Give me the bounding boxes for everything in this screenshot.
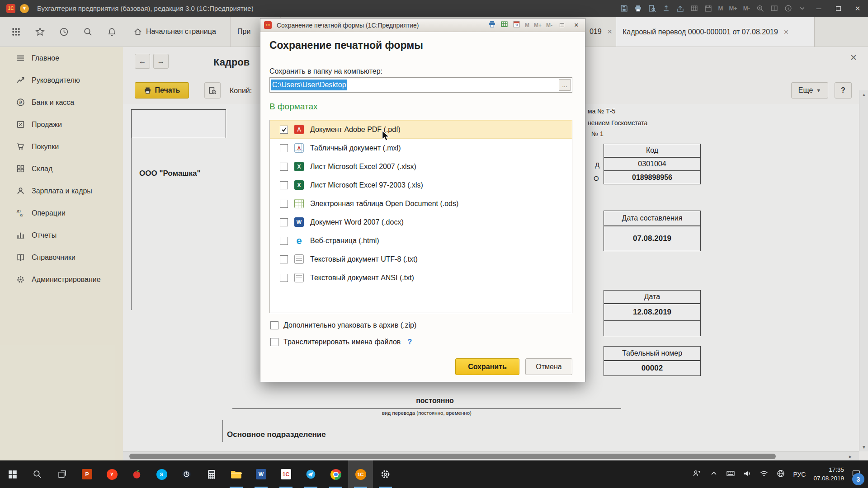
panels-icon[interactable] bbox=[770, 5, 778, 13]
window-title: Бухгалтерия предприятия (базовая), редак… bbox=[37, 5, 254, 12]
window-minimize-button[interactable]: ─ bbox=[812, 0, 826, 17]
dialog-calendar-icon[interactable]: 31 bbox=[513, 20, 520, 30]
window-close-button[interactable]: ✕ bbox=[851, 0, 864, 17]
browse-button[interactable]: ... bbox=[559, 79, 571, 91]
keyboard-icon[interactable] bbox=[726, 469, 735, 480]
table-icon[interactable] bbox=[690, 5, 698, 13]
dialog-memory-m-button[interactable]: M bbox=[525, 22, 529, 28]
dialog-1c-icon: 1С bbox=[264, 21, 272, 29]
ods-file-icon bbox=[294, 199, 304, 208]
format-row[interactable]: XЛист Microsoft Excel 2007 (.xlsx) bbox=[270, 157, 572, 176]
taskbar-explorer-icon[interactable] bbox=[224, 460, 249, 488]
zip-checkbox[interactable] bbox=[270, 321, 278, 329]
window-maximize-button[interactable] bbox=[831, 0, 845, 17]
dialog-memory-m-minus-button[interactable]: M- bbox=[546, 22, 552, 28]
format-row[interactable]: XЛист Microsoft Excel 97-2003 (.xls) bbox=[270, 176, 572, 194]
app-1c-icon: 1С bbox=[6, 4, 15, 13]
transliterate-checkbox-row[interactable]: Транслитерировать имена файлов ? bbox=[270, 338, 412, 346]
format-row[interactable]: Текстовый документ UTF-8 (.txt) bbox=[270, 250, 572, 268]
format-list: AДокумент Adobe PDF (.pdf)AТабличный док… bbox=[269, 120, 572, 313]
format-row[interactable]: AДокумент Adobe PDF (.pdf) bbox=[270, 120, 572, 139]
txt-file-icon bbox=[294, 254, 304, 264]
word-file-icon: W bbox=[294, 217, 304, 227]
format-checkbox[interactable] bbox=[280, 255, 288, 263]
print-icon[interactable] bbox=[634, 5, 642, 13]
language-indicator[interactable]: РУС bbox=[793, 471, 806, 478]
memory-m-minus-button[interactable]: M- bbox=[743, 5, 750, 12]
dialog-close-button[interactable]: ✕ bbox=[571, 21, 581, 30]
speaker-icon[interactable] bbox=[743, 469, 752, 480]
cancel-button[interactable]: Отмена bbox=[525, 358, 572, 375]
save-print-form-dialog: 1С Сохранение печатной формы (1С:Предпри… bbox=[260, 18, 585, 382]
taskbar-yandex-icon[interactable]: Y bbox=[99, 460, 124, 488]
folder-path-input[interactable]: C:\Users\User\Desktop ... bbox=[269, 77, 572, 93]
dialog-heading: Сохранение печатной формы bbox=[269, 39, 423, 52]
globe-icon[interactable] bbox=[776, 469, 785, 480]
main-menu-button[interactable]: ▼ bbox=[20, 4, 29, 13]
taskbar-telegram-icon[interactable] bbox=[298, 460, 323, 488]
help-question-icon[interactable]: ? bbox=[407, 338, 412, 346]
people-icon[interactable] bbox=[693, 469, 702, 480]
taskbar-word-icon[interactable]: W bbox=[249, 460, 274, 488]
window-titlebar: 1С ▼ Бухгалтерия предприятия (базовая), … bbox=[0, 0, 868, 17]
excel-file-icon: X bbox=[294, 162, 304, 171]
format-row[interactable]: Электронная таблица Open Document (.ods) bbox=[270, 194, 572, 213]
dialog-table-icon[interactable] bbox=[500, 20, 508, 30]
taskbar-search-icon[interactable] bbox=[25, 460, 50, 488]
format-checkbox[interactable] bbox=[280, 181, 288, 189]
taskbar-task-view-icon[interactable] bbox=[50, 460, 75, 488]
mxl-file-icon: A bbox=[294, 143, 304, 153]
system-tray: РУС 17:35 07.08.2019 bbox=[693, 460, 868, 488]
network-icon[interactable] bbox=[760, 469, 769, 480]
taskbar-one-c-icon[interactable]: 1С bbox=[274, 460, 298, 488]
format-checkbox[interactable] bbox=[280, 237, 288, 245]
format-checkbox[interactable] bbox=[280, 218, 288, 226]
format-row[interactable]: Текстовый документ ANSI (.txt) bbox=[270, 268, 572, 287]
chevron-down-icon[interactable] bbox=[798, 5, 806, 13]
txt-file-icon bbox=[294, 273, 304, 282]
dialog-print-icon[interactable] bbox=[488, 20, 496, 30]
taskbar-apple-icon[interactable] bbox=[124, 460, 149, 488]
taskbar-apps: PYSW1С1С bbox=[0, 460, 398, 488]
dialog-titlebar[interactable]: 1С Сохранение печатной формы (1С:Предпри… bbox=[260, 19, 585, 32]
format-row[interactable]: AТабличный документ (.mxl) bbox=[270, 139, 572, 157]
html-file-icon: e bbox=[294, 236, 304, 245]
transliterate-checkbox[interactable] bbox=[270, 338, 278, 346]
send-icon[interactable] bbox=[662, 5, 670, 13]
zip-checkbox-row[interactable]: Дополнительно упаковать в архив (.zip) bbox=[270, 321, 416, 329]
calendar-icon[interactable] bbox=[704, 5, 712, 13]
pdf-file-icon: A bbox=[294, 125, 304, 134]
taskbar-skype-icon[interactable]: S bbox=[149, 460, 174, 488]
memory-m-plus-button[interactable]: M+ bbox=[729, 5, 737, 12]
dialog-memory-m-plus-button[interactable]: M+ bbox=[534, 22, 542, 28]
taskbar-start-icon[interactable] bbox=[0, 460, 25, 488]
memory-m-button[interactable]: M bbox=[718, 5, 723, 12]
taskbar-one-c-active-icon[interactable]: 1С bbox=[348, 460, 373, 488]
format-checkbox[interactable] bbox=[280, 163, 288, 171]
taskbar-calculator-icon[interactable] bbox=[199, 460, 224, 488]
format-row[interactable]: eВеб-страница (.html) bbox=[270, 231, 572, 250]
format-row[interactable]: WДокумент Word 2007 (.docx) bbox=[270, 213, 572, 231]
mouse-cursor bbox=[381, 130, 391, 144]
save-button[interactable]: Сохранить bbox=[455, 358, 519, 375]
save-icon[interactable] bbox=[620, 5, 628, 13]
chevron-up-icon[interactable] bbox=[709, 469, 718, 480]
clock[interactable]: 17:35 07.08.2019 bbox=[813, 466, 844, 482]
format-checkbox[interactable] bbox=[280, 200, 288, 208]
format-checkbox[interactable] bbox=[280, 126, 288, 134]
zoom-icon[interactable] bbox=[756, 5, 764, 13]
format-checkbox[interactable] bbox=[280, 274, 288, 282]
taskbar-dark-app-icon[interactable] bbox=[174, 460, 199, 488]
print-preview-icon[interactable] bbox=[648, 5, 656, 13]
taskbar-powerpoint-icon[interactable]: P bbox=[75, 460, 99, 488]
format-checkbox[interactable] bbox=[280, 144, 288, 152]
share-icon[interactable] bbox=[676, 5, 684, 13]
taskbar-chrome-icon[interactable] bbox=[323, 460, 348, 488]
dialog-body: Сохранение печатной формы Сохранить в па… bbox=[260, 32, 585, 382]
folder-path-selected-text: C:\Users\User\Desktop bbox=[271, 80, 347, 90]
screen: 1С ▼ Бухгалтерия предприятия (базовая), … bbox=[0, 0, 868, 488]
notification-badge[interactable]: 3 bbox=[852, 473, 864, 485]
taskbar-settings-icon[interactable] bbox=[373, 460, 398, 488]
dialog-maximize-button[interactable] bbox=[557, 21, 567, 30]
info-icon[interactable] bbox=[784, 5, 792, 13]
